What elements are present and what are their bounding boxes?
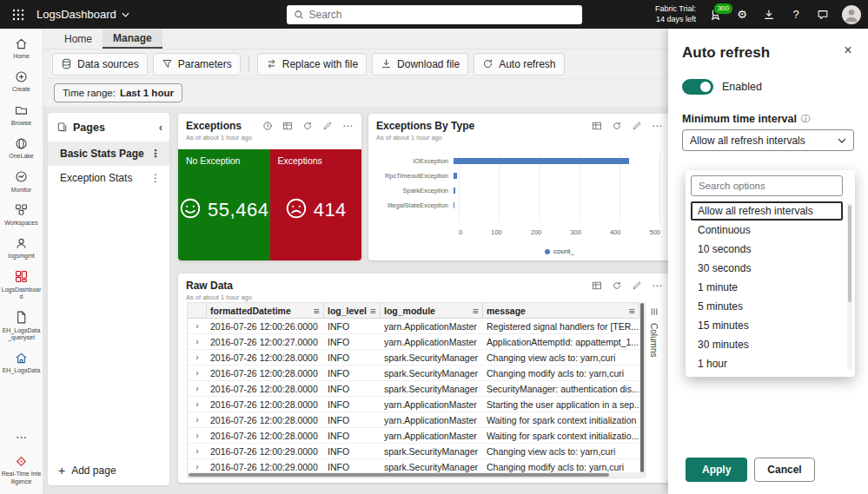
sidebar-item-home[interactable]: Home: [1, 32, 43, 63]
app-title-menu[interactable]: LogsDashboard: [36, 8, 129, 21]
sidebar-item-logsdashboard[interactable]: LogsDashboard: [1, 266, 43, 305]
row-expand-icon[interactable]: ›: [188, 399, 207, 409]
sidebar-item-eh-logsdata[interactable]: EH_LogsData: [1, 346, 43, 378]
table-row[interactable]: › 2016-07-26 12:00:28.0000 INFO spark.Se…: [188, 381, 639, 397]
column-menu-icon[interactable]: ≡: [313, 306, 320, 315]
column-menu-icon[interactable]: ≡: [628, 306, 635, 315]
row-expand-icon[interactable]: ›: [188, 352, 207, 362]
table-row[interactable]: › 2016-07-26 12:00:29.0000 INFO spark.Se…: [188, 444, 639, 459]
info-icon[interactable]: ⓘ: [801, 113, 810, 125]
collapse-panel-icon[interactable]: ‹: [159, 121, 162, 134]
row-expand-icon[interactable]: ›: [188, 431, 207, 440]
enabled-toggle[interactable]: [682, 79, 713, 95]
sidebar-item-monitor[interactable]: Monitor: [1, 166, 43, 197]
feedback-icon[interactable]: [815, 7, 831, 23]
columns-panel-toggle[interactable]: Columns: [645, 302, 662, 478]
table-row[interactable]: › 2016-07-26 12:00:28.0000 INFO yarn.App…: [188, 412, 639, 428]
more-options-icon[interactable]: ⋯: [651, 120, 663, 132]
sidebar-item-logsmgmt[interactable]: logsmgmt: [1, 232, 43, 263]
row-expand-icon[interactable]: ›: [188, 446, 207, 456]
table-row[interactable]: › 2016-07-26 12:00:29.0000 INFO spark.Se…: [188, 459, 639, 472]
column-menu-icon[interactable]: ≡: [369, 306, 376, 315]
tab-home[interactable]: Home: [54, 29, 103, 49]
tab-manage[interactable]: Manage: [103, 29, 162, 49]
refresh-icon[interactable]: [611, 120, 623, 132]
row-expand-icon[interactable]: ›: [188, 337, 207, 346]
dropdown-option[interactable]: 1 minute: [691, 278, 843, 297]
sidebar-item-eh-logsdata-queryset[interactable]: EH_LogsData_queryset: [1, 306, 43, 346]
search-input[interactable]: [309, 9, 575, 21]
row-expand-icon[interactable]: ›: [188, 462, 207, 471]
edit-pencil-icon[interactable]: [631, 120, 643, 132]
vertical-scrollbar-thumb[interactable]: [640, 303, 644, 472]
cancel-button[interactable]: Cancel: [754, 458, 814, 482]
column-header-formattedDatetime[interactable]: formattedDatetime≡: [207, 303, 324, 318]
more-options-icon[interactable]: ⋯: [651, 280, 663, 292]
more-options-icon[interactable]: ⋯: [341, 120, 354, 132]
sidebar-item-real-time-intelligence[interactable]: Real-Time Intelligence: [1, 450, 43, 489]
page-item-basic-stats[interactable]: Basic Stats Page ⋮: [48, 142, 169, 166]
page-item-exception-stats[interactable]: Exception Stats ⋮: [48, 166, 169, 190]
horizontal-scrollbar[interactable]: [188, 472, 639, 478]
sidebar-item-browse[interactable]: Browse: [1, 99, 43, 130]
global-search-box[interactable]: [287, 5, 582, 24]
refresh-icon[interactable]: [301, 120, 314, 132]
row-expand-icon[interactable]: ›: [188, 321, 207, 331]
dropdown-option[interactable]: 10 seconds: [691, 240, 843, 259]
close-icon[interactable]: ×: [839, 42, 857, 59]
parameters-button[interactable]: Parameters: [153, 53, 241, 76]
dropdown-option[interactable]: 30 seconds: [691, 259, 843, 278]
auto-refresh-button[interactable]: Auto refresh: [474, 53, 564, 76]
points-icon[interactable]: 300: [707, 7, 723, 23]
download-file-button[interactable]: Download file: [372, 53, 468, 76]
time-range-pill[interactable]: Time range: Last 1 hour: [54, 83, 182, 102]
clock-icon[interactable]: [262, 120, 274, 132]
app-launcher-icon[interactable]: [9, 5, 28, 24]
replace-with-file-button[interactable]: Replace with file: [257, 53, 367, 76]
horizontal-scrollbar-thumb[interactable]: [189, 473, 609, 477]
vertical-scrollbar[interactable]: [639, 302, 645, 478]
help-icon[interactable]: ?: [788, 7, 804, 23]
table-row[interactable]: › 2016-07-26 12:00:28.0000 INFO yarn.App…: [188, 428, 639, 444]
sidebar-item-workspaces[interactable]: Workspaces: [1, 199, 43, 230]
row-expand-icon[interactable]: ›: [188, 415, 207, 425]
data-sources-button[interactable]: Data sources: [52, 53, 148, 76]
row-expand-icon[interactable]: ›: [188, 384, 207, 393]
table-row[interactable]: › 2016-07-26 12:00:28.0000 INFO spark.Se…: [188, 350, 639, 366]
dropdown-option[interactable]: 15 minutes: [691, 316, 843, 335]
dropdown-option[interactable]: Allow all refresh intervals: [691, 201, 843, 221]
interval-dropdown[interactable]: Allow all refresh intervals: [682, 129, 854, 151]
table-row[interactable]: › 2016-07-26 12:00:27.0000 INFO yarn.App…: [188, 334, 639, 350]
settings-gear-icon[interactable]: ⚙: [734, 7, 750, 23]
edit-pencil-icon[interactable]: [631, 280, 643, 292]
page-item-menu-icon[interactable]: ⋮: [147, 148, 164, 160]
column-menu-icon[interactable]: ≡: [472, 306, 479, 315]
refresh-icon[interactable]: [611, 280, 623, 292]
add-page-button[interactable]: + Add page: [48, 456, 169, 485]
options-search-input[interactable]: [691, 175, 843, 196]
apply-button[interactable]: Apply: [686, 458, 747, 482]
page-item-menu-icon[interactable]: ⋮: [147, 172, 164, 184]
table-view-icon[interactable]: [282, 120, 294, 132]
flyout-scrollbar[interactable]: [847, 203, 852, 370]
sidebar-item-onelake[interactable]: OneLake: [1, 132, 43, 163]
sidebar-more-button[interactable]: ⋯: [1, 425, 43, 448]
dropdown-option[interactable]: 5 minutes: [691, 297, 843, 316]
column-header-log-module[interactable]: log_module≡: [381, 303, 483, 318]
dropdown-option[interactable]: 30 minutes: [691, 335, 843, 354]
dropdown-option[interactable]: 1 hour: [691, 354, 843, 373]
table-view-icon[interactable]: [591, 280, 603, 292]
column-header-message[interactable]: message≡: [483, 303, 639, 318]
table-row[interactable]: › 2016-07-26 12:00:28.0000 INFO yarn.App…: [188, 397, 639, 412]
column-header-log-level[interactable]: log_level≡: [324, 303, 381, 318]
flyout-scrollbar-thumb[interactable]: [848, 205, 851, 302]
sidebar-item-create[interactable]: Create: [1, 65, 43, 96]
edit-pencil-icon[interactable]: [321, 120, 334, 132]
table-row[interactable]: › 2016-07-26 12:00:28.0000 INFO spark.Se…: [188, 366, 639, 381]
user-avatar[interactable]: [842, 5, 861, 24]
dropdown-option[interactable]: Continuous: [691, 221, 843, 240]
table-view-icon[interactable]: [591, 120, 603, 132]
download-icon[interactable]: [761, 7, 777, 23]
table-row[interactable]: › 2016-07-26 12:00:26.0000 INFO yarn.App…: [188, 319, 639, 334]
row-expand-icon[interactable]: ›: [188, 368, 207, 378]
